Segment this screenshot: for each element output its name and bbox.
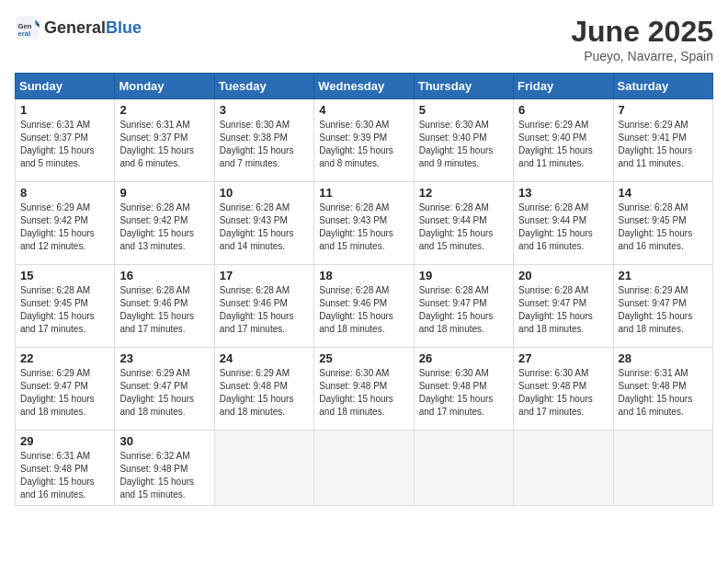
- col-friday: Friday: [514, 74, 613, 99]
- calendar-cell: 29 Sunrise: 6:31 AMSunset: 9:48 PMDaylig…: [16, 431, 115, 506]
- day-info: Sunrise: 6:28 AMSunset: 9:45 PMDaylight:…: [619, 201, 708, 253]
- logo: Gen eral GeneralBlue: [15, 15, 142, 40]
- calendar-cell: 4 Sunrise: 6:30 AMSunset: 9:39 PMDayligh…: [314, 99, 414, 182]
- day-number: 21: [619, 269, 708, 282]
- calendar-cell: 20 Sunrise: 6:28 AMSunset: 9:47 PMDaylig…: [514, 265, 613, 348]
- day-info: Sunrise: 6:31 AMSunset: 9:37 PMDaylight:…: [20, 119, 109, 170]
- day-info: Sunrise: 6:29 AMSunset: 9:48 PMDaylight:…: [220, 367, 309, 419]
- day-number: 6: [518, 103, 608, 117]
- day-info: Sunrise: 6:30 AMSunset: 9:48 PMDaylight:…: [518, 367, 608, 419]
- title-section: June 2025 Pueyo, Navarre, Spain: [571, 15, 713, 63]
- calendar-subtitle: Pueyo, Navarre, Spain: [571, 49, 713, 63]
- calendar-table: Sunday Monday Tuesday Wednesday Thursday…: [15, 73, 713, 506]
- calendar-cell: 10 Sunrise: 6:28 AMSunset: 9:43 PMDaylig…: [214, 182, 313, 265]
- day-info: Sunrise: 6:29 AMSunset: 9:47 PMDaylight:…: [119, 367, 209, 419]
- day-number: 5: [419, 103, 508, 117]
- day-info: Sunrise: 6:28 AMSunset: 9:46 PMDaylight:…: [119, 284, 209, 336]
- calendar-cell: 18 Sunrise: 6:28 AMSunset: 9:46 PMDaylig…: [314, 265, 414, 348]
- day-info: Sunrise: 6:28 AMSunset: 9:44 PMDaylight:…: [518, 201, 608, 253]
- day-info: Sunrise: 6:29 AMSunset: 9:40 PMDaylight:…: [518, 119, 608, 170]
- day-number: 24: [220, 351, 309, 365]
- calendar-title: June 2025: [571, 15, 713, 49]
- calendar-cell: [613, 431, 712, 506]
- day-info: Sunrise: 6:31 AMSunset: 9:48 PMDaylight:…: [619, 367, 708, 419]
- day-number: 26: [419, 351, 508, 365]
- day-number: 4: [319, 103, 408, 117]
- calendar-cell: 14 Sunrise: 6:28 AMSunset: 9:45 PMDaylig…: [613, 182, 712, 265]
- calendar-cell: 12 Sunrise: 6:28 AMSunset: 9:44 PMDaylig…: [414, 182, 513, 265]
- col-monday: Monday: [115, 74, 214, 99]
- header-row: Sunday Monday Tuesday Wednesday Thursday…: [16, 74, 713, 99]
- calendar-cell: 8 Sunrise: 6:29 AMSunset: 9:42 PMDayligh…: [16, 182, 115, 265]
- calendar-cell: 28 Sunrise: 6:31 AMSunset: 9:48 PMDaylig…: [613, 348, 712, 431]
- calendar-cell: [414, 431, 513, 506]
- calendar-cell: 21 Sunrise: 6:29 AMSunset: 9:47 PMDaylig…: [613, 265, 712, 348]
- calendar-cell: 7 Sunrise: 6:29 AMSunset: 9:41 PMDayligh…: [613, 99, 712, 182]
- calendar-cell: 19 Sunrise: 6:28 AMSunset: 9:47 PMDaylig…: [414, 265, 513, 348]
- calendar-cell: 15 Sunrise: 6:28 AMSunset: 9:45 PMDaylig…: [16, 265, 115, 348]
- day-info: Sunrise: 6:28 AMSunset: 9:43 PMDaylight:…: [220, 201, 309, 253]
- day-number: 30: [119, 434, 209, 448]
- calendar-cell: [514, 431, 613, 506]
- calendar-week-row: 8 Sunrise: 6:29 AMSunset: 9:42 PMDayligh…: [16, 182, 713, 265]
- day-info: Sunrise: 6:29 AMSunset: 9:47 PMDaylight:…: [20, 367, 109, 419]
- day-info: Sunrise: 6:30 AMSunset: 9:48 PMDaylight:…: [419, 367, 508, 419]
- day-number: 3: [220, 103, 309, 117]
- day-number: 9: [119, 186, 209, 200]
- calendar-cell: 9 Sunrise: 6:28 AMSunset: 9:42 PMDayligh…: [115, 182, 214, 265]
- calendar-cell: [314, 431, 414, 506]
- day-number: 27: [518, 351, 608, 365]
- day-info: Sunrise: 6:28 AMSunset: 9:43 PMDaylight:…: [319, 201, 408, 253]
- day-info: Sunrise: 6:30 AMSunset: 9:40 PMDaylight:…: [419, 119, 508, 170]
- logo-general-text: General: [44, 18, 106, 37]
- day-number: 23: [119, 351, 209, 365]
- calendar-cell: 1 Sunrise: 6:31 AMSunset: 9:37 PMDayligh…: [16, 99, 115, 182]
- day-number: 14: [619, 186, 708, 200]
- day-info: Sunrise: 6:30 AMSunset: 9:38 PMDaylight:…: [220, 119, 309, 170]
- col-wednesday: Wednesday: [314, 74, 414, 99]
- calendar-cell: 23 Sunrise: 6:29 AMSunset: 9:47 PMDaylig…: [115, 348, 214, 431]
- day-number: 20: [518, 269, 608, 282]
- day-info: Sunrise: 6:28 AMSunset: 9:46 PMDaylight:…: [319, 284, 408, 336]
- day-info: Sunrise: 6:28 AMSunset: 9:42 PMDaylight:…: [119, 201, 209, 253]
- calendar-week-row: 1 Sunrise: 6:31 AMSunset: 9:37 PMDayligh…: [16, 99, 713, 182]
- svg-text:eral: eral: [18, 29, 31, 38]
- day-info: Sunrise: 6:30 AMSunset: 9:39 PMDaylight:…: [319, 119, 408, 170]
- col-sunday: Sunday: [16, 74, 115, 99]
- day-number: 2: [119, 103, 209, 117]
- calendar-cell: 16 Sunrise: 6:28 AMSunset: 9:46 PMDaylig…: [115, 265, 214, 348]
- calendar-cell: 30 Sunrise: 6:32 AMSunset: 9:48 PMDaylig…: [115, 431, 214, 506]
- calendar-cell: 5 Sunrise: 6:30 AMSunset: 9:40 PMDayligh…: [414, 99, 513, 182]
- day-number: 18: [319, 269, 408, 282]
- day-info: Sunrise: 6:30 AMSunset: 9:48 PMDaylight:…: [319, 367, 408, 419]
- calendar-cell: 26 Sunrise: 6:30 AMSunset: 9:48 PMDaylig…: [414, 348, 513, 431]
- calendar-cell: 17 Sunrise: 6:28 AMSunset: 9:46 PMDaylig…: [214, 265, 313, 348]
- day-info: Sunrise: 6:28 AMSunset: 9:46 PMDaylight:…: [220, 284, 309, 336]
- logo-icon: Gen eral: [15, 15, 40, 40]
- day-info: Sunrise: 6:28 AMSunset: 9:45 PMDaylight:…: [20, 284, 109, 336]
- day-number: 1: [20, 103, 109, 117]
- day-info: Sunrise: 6:29 AMSunset: 9:42 PMDaylight:…: [20, 201, 109, 253]
- day-number: 19: [419, 269, 508, 282]
- col-thursday: Thursday: [414, 74, 513, 99]
- day-number: 7: [619, 103, 708, 117]
- calendar-cell: 24 Sunrise: 6:29 AMSunset: 9:48 PMDaylig…: [214, 348, 313, 431]
- calendar-cell: 27 Sunrise: 6:30 AMSunset: 9:48 PMDaylig…: [514, 348, 613, 431]
- calendar-cell: 13 Sunrise: 6:28 AMSunset: 9:44 PMDaylig…: [514, 182, 613, 265]
- day-info: Sunrise: 6:28 AMSunset: 9:44 PMDaylight:…: [419, 201, 508, 253]
- header: Gen eral GeneralBlue June 2025 Pueyo, Na…: [15, 15, 713, 63]
- calendar-cell: 25 Sunrise: 6:30 AMSunset: 9:48 PMDaylig…: [314, 348, 414, 431]
- calendar-cell: 6 Sunrise: 6:29 AMSunset: 9:40 PMDayligh…: [514, 99, 613, 182]
- day-number: 12: [419, 186, 508, 200]
- calendar-week-row: 22 Sunrise: 6:29 AMSunset: 9:47 PMDaylig…: [16, 348, 713, 431]
- calendar-week-row: 15 Sunrise: 6:28 AMSunset: 9:45 PMDaylig…: [16, 265, 713, 348]
- day-info: Sunrise: 6:31 AMSunset: 9:48 PMDaylight:…: [20, 450, 109, 501]
- calendar-cell: 11 Sunrise: 6:28 AMSunset: 9:43 PMDaylig…: [314, 182, 414, 265]
- day-number: 25: [319, 351, 408, 365]
- day-info: Sunrise: 6:29 AMSunset: 9:41 PMDaylight:…: [619, 119, 708, 170]
- calendar-cell: 22 Sunrise: 6:29 AMSunset: 9:47 PMDaylig…: [16, 348, 115, 431]
- day-info: Sunrise: 6:28 AMSunset: 9:47 PMDaylight:…: [518, 284, 608, 336]
- calendar-cell: [214, 431, 313, 506]
- day-number: 17: [220, 269, 309, 282]
- day-number: 15: [20, 269, 109, 282]
